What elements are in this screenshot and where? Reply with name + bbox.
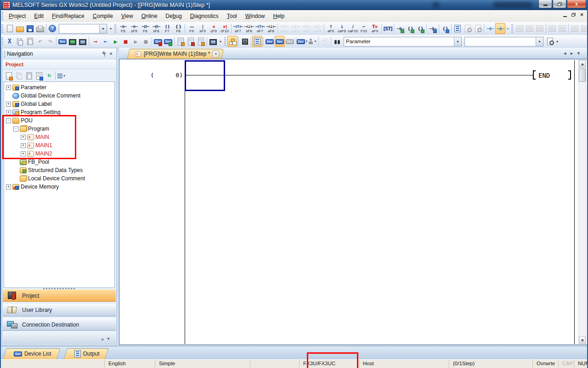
find-note-icon[interactable] <box>473 23 483 34</box>
paste-data-icon[interactable] <box>24 70 34 81</box>
pin-icon[interactable] <box>102 51 107 57</box>
ladder-open-branch-button[interactable]: ⊣⊢sF5 <box>129 23 140 34</box>
help-icon[interactable] <box>47 23 57 34</box>
expand-toggle-icon[interactable]: + <box>21 143 26 148</box>
chevron-down-icon[interactable]: ▼ <box>99 24 107 33</box>
undo-icon[interactable]: ↶ <box>35 36 45 47</box>
reference-window-icon[interactable] <box>557 23 567 34</box>
chevron-down-icon[interactable]: ▼ <box>454 37 461 46</box>
ladder-horizontal-line-branch-button[interactable]: ⌐F10 <box>358 23 369 34</box>
expand-toggle-icon[interactable]: + <box>6 102 11 107</box>
ladder-rising-pulse-button[interactable]: ⊣↑⊢sF7 <box>232 23 243 34</box>
bottom-tab-output[interactable]: Output <box>65 348 107 359</box>
verify-with-plc-icon[interactable] <box>175 36 186 47</box>
bottom-tab-device-list[interactable]: DevDevice List <box>5 348 59 359</box>
find-target-combo[interactable]: ▼ <box>464 37 543 46</box>
remote-operation-icon[interactable] <box>208 36 218 47</box>
redo-icon[interactable]: ↷ <box>45 36 55 47</box>
chevron-down-icon[interactable]: ▼ <box>107 337 110 341</box>
view-button-project[interactable]: Project <box>3 289 116 302</box>
close-panel-icon[interactable]: × <box>107 51 116 57</box>
stop-monitoring-icon[interactable]: ■ <box>120 36 130 47</box>
menu-view[interactable]: View <box>117 11 137 21</box>
toolbar-grip[interactable] <box>1 24 3 33</box>
toolbar-options-online[interactable]: ▾ <box>218 40 223 44</box>
new-project-icon[interactable] <box>5 23 15 34</box>
menu-diagnostics[interactable]: Diagnostics <box>186 11 223 21</box>
close-button[interactable]: x <box>567 0 586 8</box>
ladder-falling-pulse-close-branch-button[interactable]: ⊣↓⊢saF8 <box>312 23 323 34</box>
find-device-icon[interactable]: Dev <box>57 36 68 47</box>
ladder-instruction-conversion-button[interactable]: /caF10 <box>347 23 358 34</box>
tree-item-program[interactable]: -Program <box>4 125 114 133</box>
ladder-close-branch-button[interactable]: ⊣/⊢sF6 <box>151 23 162 34</box>
scrollbar-thumb[interactable] <box>579 69 586 82</box>
inline-structured-text-icon[interactable]: [ST] <box>383 23 393 34</box>
ladder-delete-line-button[interactable]: T×aF9 <box>369 23 380 34</box>
tree-item-pou[interactable]: -POU <box>4 116 114 125</box>
chevron-more-icon[interactable]: » <box>101 336 104 342</box>
entry-ladder-monitor-icon[interactable] <box>78 36 88 47</box>
mdi-close-icon[interactable]: × <box>580 12 583 18</box>
cc-link-configuration-icon[interactable]: Dev <box>285 36 295 47</box>
ladder-monitor-icon[interactable] <box>68 36 78 47</box>
ladder-horizontal-line-button[interactable]: —F9 <box>186 23 197 34</box>
skip-setting-icon[interactable] <box>580 23 588 34</box>
ladder-application-instruction-button[interactable]: { }F8 <box>173 23 184 34</box>
device-comment-list-icon[interactable]: Dev <box>265 36 275 47</box>
cross-reference-icon[interactable]: ▼ <box>307 36 317 47</box>
save-project-icon[interactable] <box>25 23 35 34</box>
tree-item-parameter[interactable]: +Parameter <box>4 83 114 92</box>
device-list-window-icon[interactable]: Dev <box>275 36 285 47</box>
tree-item-global-device-comment[interactable]: Global Device Comment <box>4 92 114 100</box>
menu-compile[interactable]: Compile <box>89 11 117 21</box>
monitor-pulse-icon[interactable] <box>535 23 545 34</box>
view-button-connection-destination[interactable]: Connection Destination <box>3 318 116 331</box>
transfer-setup-icon[interactable] <box>196 36 206 47</box>
context-help-icon[interactable] <box>320 36 330 47</box>
write-to-plc-icon[interactable]: → <box>90 36 100 47</box>
scroll-up-button[interactable] <box>579 60 586 68</box>
paste-icon[interactable] <box>25 36 35 47</box>
menu-online[interactable]: Online <box>137 11 162 21</box>
device-test-icon[interactable]: Dev <box>153 36 163 47</box>
watch-window-icon[interactable] <box>547 23 557 34</box>
toolbar-grip[interactable] <box>511 24 513 33</box>
expand-toggle-icon[interactable]: - <box>6 118 11 123</box>
ladder-falling-pulse-branch-button[interactable]: ⊣↓⊢aF8 <box>266 23 277 34</box>
tree-item-main[interactable]: +MAIN <box>4 133 114 141</box>
find-icon[interactable] <box>332 36 342 47</box>
open-project-icon[interactable] <box>15 23 25 34</box>
expand-toggle-icon[interactable]: + <box>6 184 11 190</box>
tree-item-local-device-comment[interactable]: Local Device Comment <box>4 174 114 183</box>
zoom-combo[interactable]: ▼ <box>59 24 107 34</box>
monitor-write-mode-icon[interactable]: ▶ <box>130 36 141 47</box>
menu-find-replace[interactable]: Find/Replace <box>48 11 89 21</box>
edit-note-icon[interactable]: ( ) <box>415 23 425 34</box>
monitor-read-mode-icon[interactable]: ■ <box>141 36 151 47</box>
edit-coil-icon[interactable]: ( ) <box>405 23 415 34</box>
minimize-button[interactable] <box>538 0 552 8</box>
copy-data-icon[interactable] <box>14 70 24 81</box>
ladder-invert-operation-results-button[interactable]: ↑aF5 <box>325 23 336 34</box>
expand-toggle-icon[interactable]: + <box>21 151 26 156</box>
statement-edit-icon[interactable]: ( ) <box>440 23 450 34</box>
toolbar-options-ladder[interactable]: » <box>505 27 510 31</box>
tab-prg-write-main[interactable]: [PRG]Write MAIN (1)Step * × <box>128 49 223 59</box>
expand-toggle-icon[interactable]: + <box>6 85 11 90</box>
expand-toggle-icon[interactable]: + <box>6 110 11 115</box>
ladder-rising-pulse-branch-button[interactable]: ⊣↑⊢aF7 <box>254 23 266 34</box>
find-in-document-icon[interactable] <box>545 36 555 47</box>
menu-debug[interactable]: Debug <box>161 11 186 21</box>
statement-list-icon[interactable] <box>452 23 463 34</box>
ladder-convert-operation-results-button[interactable]: ↓caF5 <box>336 23 347 34</box>
tree-item-global-label[interactable]: +Global Label <box>4 100 114 108</box>
tree-item-device-memory[interactable]: +Device Memory <box>4 183 114 191</box>
ladder-edit-mode-icon[interactable]: ⊣⊢ <box>495 23 505 34</box>
navigation-overflow-bar[interactable]: » ▼ <box>3 333 116 345</box>
ladder-delete-horizontal-line-button[interactable]: ×cF9 <box>208 23 219 34</box>
ladder-rising-pulse-close-branch-button[interactable]: ⊣↑⊢saF7 <box>301 23 312 34</box>
menu-window[interactable]: Window <box>241 11 269 21</box>
navigation-window-icon[interactable] <box>227 36 237 47</box>
scroll-down-button[interactable] <box>579 336 586 344</box>
